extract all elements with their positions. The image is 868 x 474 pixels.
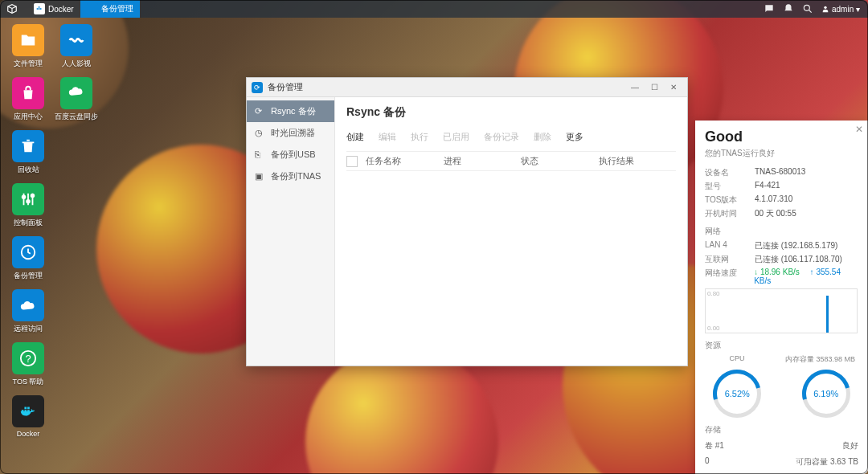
cpu-gauge: 6.52% xyxy=(713,370,761,418)
svg-rect-15 xyxy=(24,407,27,410)
download-speed: ↓ 18.96 KB/s xyxy=(754,268,800,276)
search-icon[interactable] xyxy=(802,3,813,14)
toolbar-3[interactable]: 已启用 xyxy=(443,131,469,143)
sidebar-item-3[interactable]: ▣备份到TNAS xyxy=(247,165,334,187)
net-row: LAN 4已连接 (192.168.5.179) xyxy=(705,240,858,251)
svg-rect-1 xyxy=(39,8,40,10)
svg-rect-16 xyxy=(27,407,30,410)
menu-icon[interactable] xyxy=(0,0,27,18)
taskbar-item-docker[interactable]: Docker xyxy=(27,0,80,18)
svg-point-7 xyxy=(27,200,30,203)
toolbar-4[interactable]: 备份记录 xyxy=(484,131,519,143)
svg-text:?: ? xyxy=(25,353,31,365)
system-panel: ✕ Good 您的TNAS运行良好 设备名TNAS-680013型号F4-421… xyxy=(695,121,868,474)
toolbar-0[interactable]: 创建 xyxy=(346,131,364,143)
taskbar-label: 备份管理 xyxy=(101,3,133,14)
taskbar-label: Docker xyxy=(48,5,74,14)
window-main: Rsync 备份 创建编辑执行已启用备份记录删除更多 任务名称 进程 状态 执行… xyxy=(335,97,687,366)
desktop-icon-recycle-bin[interactable]: 回收站 xyxy=(10,130,47,175)
minimize-button[interactable]: — xyxy=(626,80,644,95)
user-menu[interactable]: admin ▾ xyxy=(821,5,860,14)
net-speed-row: 网络速度 ↓ 18.96 KB/s ↑ 355.54 KB/s xyxy=(705,268,858,285)
mem-gauge: 6.19% xyxy=(802,370,850,418)
sync-icon: ⟳ xyxy=(255,106,266,117)
info-row: TOS版本4.1.07.310 xyxy=(705,194,858,206)
toolbar-6[interactable]: 更多 xyxy=(566,131,583,143)
clock-icon: ◷ xyxy=(255,128,266,139)
desktop-icon-app-center[interactable]: 应用中心 xyxy=(10,77,47,122)
taskbar: Docker 备份管理 admin ▾ xyxy=(0,0,868,18)
svg-point-4 xyxy=(805,5,810,10)
col-status: 状态 xyxy=(521,155,599,167)
svg-point-8 xyxy=(31,194,35,198)
toolbar-1[interactable]: 编辑 xyxy=(379,131,396,143)
desktop-icon-remote-access[interactable]: 远程访问 xyxy=(10,289,47,334)
window-titlebar[interactable]: ⟳ 备份管理 — ☐ ✕ xyxy=(247,78,687,97)
svg-rect-2 xyxy=(39,6,40,8)
desktop-icons: 文件管理人人影视应用中心百度云盘同步回收站控制面板备份管理远程访问?TOS 帮助… xyxy=(10,24,95,438)
bell-icon[interactable] xyxy=(783,3,794,14)
col-task-name: 任务名称 xyxy=(366,155,444,167)
svg-point-6 xyxy=(23,195,26,198)
info-row: 设备名TNAS-680013 xyxy=(705,167,858,178)
close-button[interactable]: ✕ xyxy=(665,80,682,95)
desktop-icon-rr-video[interactable]: 人人影视 xyxy=(58,24,95,69)
status-subtitle: 您的TNAS运行良好 xyxy=(705,148,858,159)
window-icon: ⟳ xyxy=(252,82,263,93)
sidebar-item-1[interactable]: ◷时光回溯器 xyxy=(247,122,334,144)
svg-rect-0 xyxy=(37,8,39,10)
panel-close-button[interactable]: ✕ xyxy=(855,124,863,135)
desktop-icon-tos-help[interactable]: ?TOS 帮助 xyxy=(10,342,47,387)
watermark: 值 值得买 xyxy=(739,442,820,469)
usb-icon: ⎘ xyxy=(255,149,266,161)
net-header: 网络 xyxy=(705,226,858,237)
desktop-icon-file-manager[interactable]: 文件管理 xyxy=(10,24,47,69)
select-all-checkbox[interactable] xyxy=(346,156,358,167)
desktop-icon-backup-manage[interactable]: 备份管理 xyxy=(10,236,47,281)
info-row: 开机时间00 天 00:55 xyxy=(705,208,858,219)
sidebar-item-0[interactable]: ⟳Rsync 备份 xyxy=(247,100,334,122)
table-header: 任务名称 进程 状态 执行结果 xyxy=(346,151,676,171)
tnas-icon: ▣ xyxy=(255,171,266,182)
maximize-button[interactable]: ☐ xyxy=(645,80,663,95)
window-sidebar: ⟳Rsync 备份◷时光回溯器⎘备份到USB▣备份到TNAS xyxy=(247,97,335,366)
desktop-icon-baidu-sync[interactable]: 百度云盘同步 xyxy=(58,77,95,122)
window-title: 备份管理 xyxy=(268,81,303,93)
svg-point-5 xyxy=(825,6,827,8)
status-title: Good xyxy=(705,129,858,145)
desktop-icon-control-panel[interactable]: 控制面板 xyxy=(10,183,47,228)
info-row: 型号F4-421 xyxy=(705,181,858,192)
toolbar-5[interactable]: 删除 xyxy=(534,131,551,143)
storage-header: 存储 xyxy=(705,424,858,435)
main-heading: Rsync 备份 xyxy=(346,105,676,120)
backup-window: ⟳ 备份管理 — ☐ ✕ ⟳Rsync 备份◷时光回溯器⎘备份到USB▣备份到T… xyxy=(246,77,688,366)
chat-icon[interactable] xyxy=(764,3,775,14)
toolbar: 创建编辑执行已启用备份记录删除更多 xyxy=(346,131,676,143)
network-chart: 0.80 0.00 xyxy=(705,288,858,333)
svg-rect-3 xyxy=(40,8,42,10)
net-row: 互联网已连接 (106.117.108.70) xyxy=(705,254,858,265)
taskbar-item-backup[interactable]: 备份管理 xyxy=(80,0,140,18)
col-result: 执行结果 xyxy=(599,155,677,167)
desktop-icon-docker[interactable]: Docker xyxy=(10,395,47,438)
col-progress: 进程 xyxy=(444,155,522,167)
toolbar-2[interactable]: 执行 xyxy=(411,131,428,143)
sidebar-item-2[interactable]: ⎘备份到USB xyxy=(247,144,334,165)
res-header: 资源 xyxy=(705,340,858,351)
